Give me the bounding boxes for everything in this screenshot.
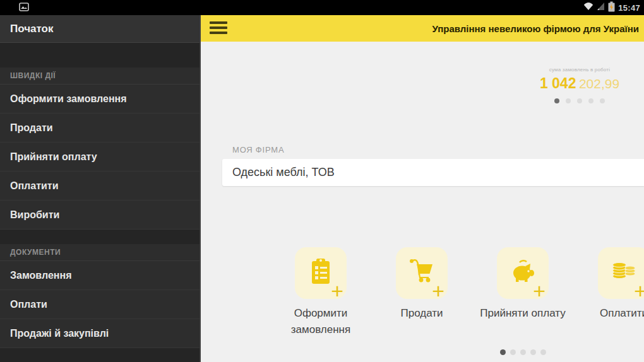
orders-sum-value: 1 042 202,99 [498,75,644,92]
orders-sum-widget[interactable]: сума замовлень в роботі 1 042 202,99 [498,67,644,103]
clipboard-checklist-icon: + [295,247,347,299]
tile-label: Оформити замовлення [275,305,366,338]
hamburger-menu-icon[interactable] [210,21,227,35]
battery-charging-icon [608,1,615,15]
pager-dot[interactable] [600,98,605,103]
tiles-pager[interactable] [500,349,546,355]
sidebar-item-produce[interactable]: Виробити [0,201,200,230]
tile-pay[interactable]: + Оплатити [578,247,644,338]
pager-dot[interactable] [577,98,582,103]
sidebar-item-sell[interactable]: Продати [0,114,200,143]
tile-label: Оплатити [578,305,644,322]
orders-sum-caption: сума замовлень в роботі [498,67,644,73]
tile-sell[interactable]: + Продати [376,247,467,338]
sidebar-section-quick-actions: ШВИДКІ ДІЇ Оформити замовлення Продати П… [0,67,200,230]
android-status-bar: 15:47 [0,0,644,15]
sidebar-header-home[interactable]: Початок [0,15,200,43]
sidebar-item-receive-payment[interactable]: Прийняти оплату [0,143,200,172]
sidebar-spacer [0,43,200,67]
screenshot-notification-icon [19,3,29,14]
piggy-bank-icon: + [497,247,549,299]
plus-icon: + [533,280,546,301]
tile-label: Прийняти оплату [477,305,568,322]
pager-dot[interactable] [500,349,506,355]
plus-icon: + [432,280,444,301]
widget-pager[interactable] [498,98,644,103]
dashboard: сума замовлень в роботі 1 042 202,99 МОЯ… [201,42,644,362]
pager-dot[interactable] [520,349,526,355]
cell-signal-icon [597,2,605,13]
plus-icon: + [331,280,343,301]
coin-stacks-icon: + [598,247,644,299]
sidebar-item-pay[interactable]: Оплатити [0,172,200,201]
orders-sum-integer: 1 042 [540,75,576,91]
app-screen: 15:47 Початок ШВИДКІ ДІЇ Оформити замовл… [0,0,644,362]
sidebar-item-sales-purchases[interactable]: Продажі й закупівлі [0,319,200,348]
wifi-icon [583,2,593,13]
orders-sum-fraction: 202,99 [579,76,619,91]
clock: 15:47 [618,3,640,13]
app-title: Управління невеликою фірмою для України [432,15,639,42]
sidebar-section-documents: ДОКУМЕНТИ Замовлення Оплати Продажі й за… [0,244,200,348]
sidebar-item-payments[interactable]: Оплати [0,290,200,319]
pager-dot[interactable] [588,98,593,103]
app-bar: Управління невеликою фірмою для України [201,15,644,42]
sidebar-spacer [0,230,200,244]
sidebar-item-create-order[interactable]: Оформити замовлення [0,85,200,114]
pager-dot[interactable] [530,349,536,355]
tile-receive-payment[interactable]: + Прийняти оплату [477,247,568,338]
plus-icon: + [634,280,644,301]
navigation-sidebar: Початок ШВИДКІ ДІЇ Оформити замовлення П… [0,15,201,362]
quick-action-tiles: + Оформити замовлення + Продати [275,247,644,338]
sidebar-item-orders[interactable]: Замовлення [0,261,200,290]
tile-create-order[interactable]: + Оформити замовлення [275,247,366,338]
pager-dot[interactable] [554,98,559,103]
pager-dot[interactable] [566,98,571,103]
pager-dot[interactable] [540,349,546,355]
my-firm-value: Одеські меблі, ТОВ [232,166,335,179]
shopping-cart-icon: + [396,247,448,299]
section-label-documents: ДОКУМЕНТИ [0,244,200,261]
my-firm-label: МОЯ ФІРМА [232,145,284,155]
my-firm-field[interactable]: Одеські меблі, ТОВ [222,159,644,186]
tile-label: Продати [376,305,467,322]
section-label-quick-actions: ШВИДКІ ДІЇ [0,67,200,85]
pager-dot[interactable] [510,349,516,355]
